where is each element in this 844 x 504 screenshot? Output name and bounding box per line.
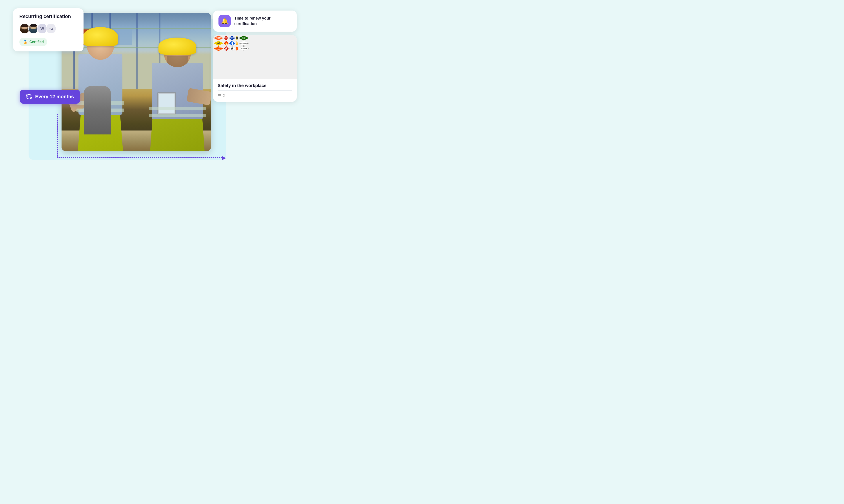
course-count: 2 (223, 94, 225, 98)
course-body: Safety in the workplace ☰ 2 (213, 79, 297, 102)
avatar-w-letter: W (40, 26, 44, 31)
male-beard (166, 56, 188, 67)
hazard-spontaneous: SPONT.COMB. (224, 36, 229, 40)
hair (21, 24, 28, 27)
hazard-skull: ☠ (224, 46, 229, 51)
hazard-toxic: TOX.GAS (239, 36, 249, 40)
right-panel: 🔔 Time to renew your certification FLAMM… (213, 11, 297, 102)
shelf-bar (61, 28, 211, 29)
male-hardhat (158, 38, 196, 54)
certified-icon: 🏅 (23, 39, 28, 44)
certified-text: Certified (30, 40, 44, 44)
tablet-screen (159, 94, 175, 113)
warehouse-background (61, 13, 211, 151)
avatar-plus-count: +3 (49, 27, 53, 31)
reflective-strip (149, 107, 206, 110)
hazard-exclaim: ! (235, 46, 238, 51)
warehouse-photo-card (61, 13, 211, 151)
hazard-poison: POISON (239, 46, 249, 51)
hazard-dangerous-wet: DANGER.WET (229, 36, 235, 40)
refresh-icon (26, 94, 32, 100)
notification-text: Time to renew your certification (234, 16, 292, 26)
avatars-row: W +3 (19, 23, 77, 34)
male-worker (144, 38, 211, 151)
dashed-line-vertical (57, 114, 58, 158)
hazard-flammable-gas: FLAMMABLEGAS (214, 36, 223, 40)
notification-icon-wrap: 🔔 (218, 15, 231, 27)
certification-card: Recurring certification W (13, 8, 84, 51)
hair (30, 24, 37, 26)
arrow-right-icon: ▶ (222, 155, 226, 161)
course-meta: ☰ 2 (217, 93, 292, 98)
hazard-corrosive: CORROSIVE (239, 41, 249, 46)
hazard-radioactive: ☢ (214, 41, 223, 46)
hazard-flammable-solid: FLAMM.SOLID (214, 46, 223, 51)
course-divider (217, 90, 292, 91)
main-scene: Recurring certification W (11, 6, 297, 178)
course-card: FLAMMABLEGAS SPONT.COMB. DANGER.WET 4 TO… (213, 35, 297, 102)
forklift-handle (84, 86, 111, 135)
hazard-4: 4 (229, 41, 235, 46)
hazard-grid: FLAMMABLEGAS SPONT.COMB. DANGER.WET 4 TO… (213, 35, 249, 51)
hazard-oxidizer: ⊙ (235, 41, 238, 46)
course-image: FLAMMABLEGAS SPONT.COMB. DANGER.WET 4 TO… (213, 35, 297, 79)
list-icon: ☰ (217, 93, 221, 98)
hazard-fire: 🔥 (224, 41, 229, 46)
hazard-number4: 4 (235, 36, 238, 40)
tablet (157, 92, 176, 115)
bell-icon: 🔔 (221, 18, 228, 24)
shelf-upright (136, 13, 138, 89)
recurring-pill: Every 12 months (20, 90, 80, 104)
hazard-skull2: ☠ (229, 46, 235, 51)
avatar-plus: +3 (46, 23, 56, 34)
course-title: Safety in the workplace (217, 83, 292, 88)
certified-badge: 🏅 Certified (19, 38, 47, 46)
cert-title: Recurring certification (19, 14, 77, 19)
dashed-line-horizontal (57, 157, 224, 158)
reflective-strip (149, 114, 206, 117)
recurring-text: Every 12 months (35, 94, 74, 100)
female-hardhat (83, 27, 118, 47)
notification-card: 🔔 Time to renew your certification (213, 11, 297, 32)
